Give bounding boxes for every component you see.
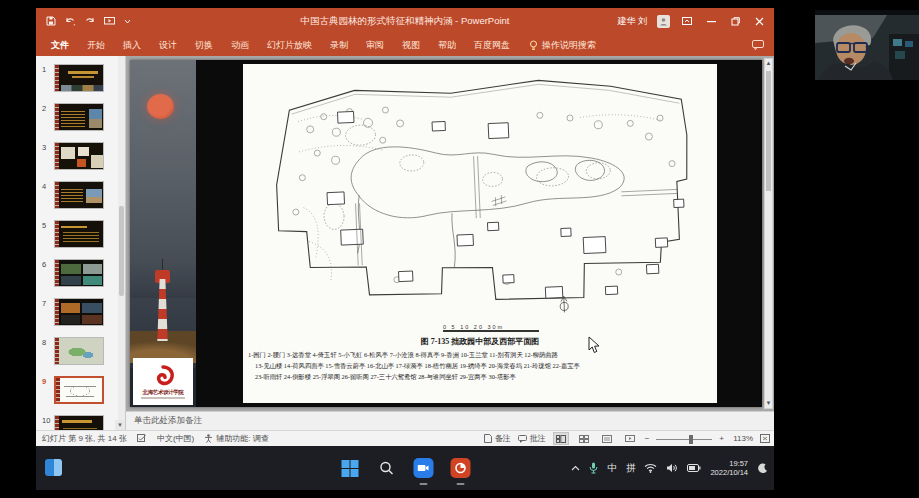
status-bar: 幻灯片 第 9 张, 共 14 张 中文(中国) 辅助功能: 调查 备注 (36, 430, 774, 446)
notes-pane[interactable]: 单击此处添加备注 (126, 411, 774, 430)
restore-button[interactable] (728, 14, 742, 28)
ribbon-tabs: 文件开始插入设计切换动画幻灯片放映录制审阅视图帮助百度网盘 (42, 35, 519, 56)
widgets-button[interactable] (45, 459, 62, 476)
wifi-icon[interactable] (644, 463, 657, 473)
ribbon-tab-8[interactable]: 录制 (321, 35, 357, 56)
slide-thumbnail-row: 6 (36, 259, 125, 287)
account-avatar[interactable] (657, 15, 670, 28)
garden-plan-figure: 0 5 10 20 30m 图 7-135 拙政园中部及西部平面图 1-园门 2… (243, 64, 717, 403)
slide-thumbnail-row: 2 (36, 103, 125, 131)
ribbon-tab-5[interactable]: 切换 (186, 35, 222, 56)
slideshow-view-button[interactable] (622, 432, 638, 445)
zoom-in-button[interactable]: + (719, 434, 724, 443)
slide-thumbnail-1[interactable] (54, 64, 104, 92)
language-indicator[interactable]: 中文(中国) (157, 433, 194, 444)
slide-number: 7 (36, 298, 54, 308)
thumbnail-scroll-down-icon[interactable]: ▼ (115, 420, 125, 430)
ribbon-display-options-icon[interactable] (680, 14, 694, 28)
slide-position: 幻灯片 第 9 张, 共 14 张 (42, 433, 127, 444)
scale-label: 0 5 10 20 30m (443, 324, 563, 330)
ribbon-tab-10[interactable]: 视图 (393, 35, 429, 56)
slide-thumbnail-4[interactable] (54, 181, 104, 209)
close-button[interactable] (752, 14, 766, 28)
normal-view-button[interactable] (553, 432, 569, 445)
zoom-slider[interactable] (656, 433, 712, 445)
spell-check-icon[interactable] (137, 434, 147, 443)
notes-icon (484, 434, 492, 443)
slide-thumbnail-6[interactable] (54, 259, 104, 287)
start-slideshow-icon[interactable] (104, 17, 115, 26)
ime-mode-indicator[interactable]: 拼 (626, 462, 636, 475)
zoom-slider-knob[interactable] (689, 435, 693, 444)
slide-thumbnail-8[interactable] (54, 337, 104, 365)
meeting-app-icon (414, 458, 434, 478)
slide-photo-strip: 北海艺术设计学院 (130, 60, 196, 407)
customize-qat-icon[interactable] (124, 19, 131, 24)
notes-toggle-button[interactable]: 备注 (484, 433, 511, 444)
ribbon-tab-3[interactable]: 插入 (114, 35, 150, 56)
meeting-app-button[interactable] (413, 457, 435, 479)
battery-icon[interactable] (687, 464, 701, 472)
scrollbar-thumb[interactable] (766, 71, 771, 191)
shared-desktop: 中国古典园林的形式特征和精神内涵 - PowerPoint 建华 刘 (36, 8, 774, 490)
reading-view-button[interactable] (599, 432, 615, 445)
start-button[interactable] (339, 457, 361, 479)
powerpoint-app-icon (451, 458, 471, 478)
scroll-up-icon[interactable]: ▲ (765, 59, 772, 68)
account-name[interactable]: 建华 刘 (617, 15, 647, 28)
ribbon-tab-12[interactable]: 百度网盘 (465, 35, 519, 56)
slide-thumbnail-10[interactable] (54, 415, 104, 430)
presenter-webcam-video[interactable] (815, 10, 919, 80)
feedback-icon[interactable] (752, 40, 764, 50)
comments-toggle-button[interactable]: 批注 (518, 433, 546, 444)
slide-thumbnail-7[interactable] (54, 298, 104, 326)
slide-thumbnail-5[interactable] (54, 220, 104, 248)
notes-placeholder: 单击此处添加备注 (134, 415, 202, 427)
scroll-down-icon[interactable]: ▼ (765, 399, 772, 408)
save-icon[interactable] (46, 16, 56, 26)
microphone-icon[interactable] (589, 462, 598, 474)
current-slide[interactable]: 北海艺术设计学院 (130, 60, 762, 407)
search-icon (379, 460, 395, 476)
legend-line-1: 1-园门 2-腰门 3-远香堂 4-倚玉轩 5-小飞虹 6-松风亭 7-小沧浪 … (248, 351, 722, 360)
undo-icon[interactable] (65, 17, 76, 26)
ribbon-tab-4[interactable]: 设计 (150, 35, 186, 56)
fit-slide-button[interactable] (760, 434, 770, 443)
thumbnail-scrollbar[interactable] (118, 56, 125, 430)
quick-access-toolbar (46, 16, 131, 26)
accessibility-status[interactable]: 辅助功能: 调查 (204, 433, 268, 444)
slide-number: 8 (36, 337, 54, 347)
taskbar-clock[interactable]: 19:57 2022/10/14 (710, 459, 748, 477)
ribbon-tab-1[interactable]: 文件 (42, 35, 78, 56)
ribbon-tab-2[interactable]: 开始 (78, 35, 114, 56)
zoom-level[interactable]: 113% (731, 434, 753, 443)
tray-expand-icon[interactable] (571, 465, 580, 471)
ribbon-tab-7[interactable]: 幻灯片放映 (258, 35, 321, 56)
slide-scrollbar[interactable]: ▲ ▼ (764, 58, 773, 409)
ribbon-tab-11[interactable]: 帮助 (429, 35, 465, 56)
tell-me-search[interactable]: 操作说明搜索 (529, 39, 596, 52)
slide-sorter-view-button[interactable] (576, 432, 592, 445)
ribbon-tab-9[interactable]: 审阅 (357, 35, 393, 56)
slide-number: 10 (36, 415, 54, 425)
night-mode-icon[interactable] (757, 463, 768, 474)
powerpoint-app-button[interactable] (450, 457, 472, 479)
zoom-out-button[interactable]: − (645, 434, 650, 443)
slide-thumbnail-2[interactable] (54, 103, 104, 131)
lighthouse-photo (155, 259, 170, 341)
slide-number: 6 (36, 259, 54, 269)
slide-thumbnail-row: 3 (36, 142, 125, 170)
ime-language-indicator[interactable]: 中 (607, 462, 617, 475)
institution-name: 北海艺术设计学院 (143, 389, 184, 396)
slide-thumbnail-row: 1 (36, 64, 125, 92)
powerpoint-window: 中国古典园林的形式特征和精神内涵 - PowerPoint 建华 刘 (36, 8, 774, 446)
ribbon-tab-6[interactable]: 动画 (222, 35, 258, 56)
slide-thumbnail-list: 12345678910 (36, 56, 125, 430)
search-button[interactable] (376, 457, 398, 479)
speaker-icon[interactable] (666, 463, 678, 473)
minimize-button[interactable] (704, 14, 718, 28)
slide-thumbnail-9[interactable] (54, 376, 104, 404)
slide-thumbnail-3[interactable] (54, 142, 104, 170)
system-tray: 中 拼 19:57 2022/10/14 (571, 446, 768, 490)
redo-icon[interactable] (85, 17, 95, 26)
